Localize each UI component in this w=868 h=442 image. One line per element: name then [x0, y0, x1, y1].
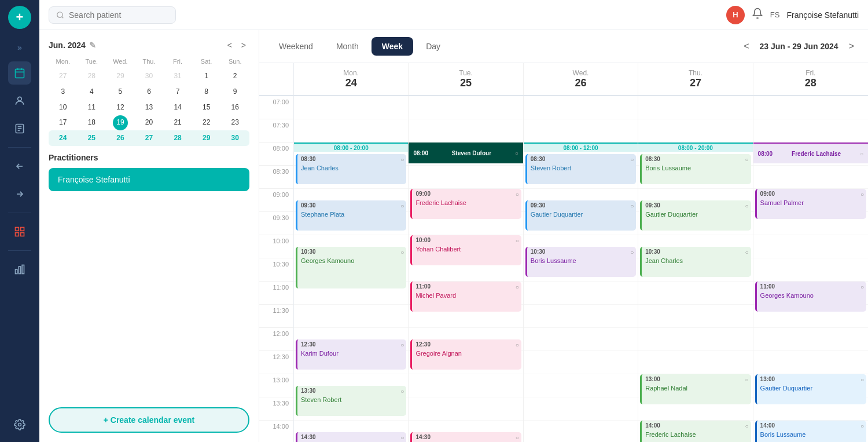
- day-col-tue: 08:00Steven Dufour○ 09:00 Frederic Lacha…: [409, 96, 523, 442]
- event-fri-gautier-duquartier[interactable]: 13:00 Gautier Duquartier ○: [755, 374, 866, 404]
- practitioners-section: Practitioners Françoise Stefanutti: [49, 153, 249, 191]
- mini-cal-cell[interactable]: 28: [163, 130, 192, 146]
- sidebar-item-patient[interactable]: [8, 89, 31, 112]
- cal-day-headers: Mon. 24 Tue. 25 Wed. 26 Thu. 27: [259, 63, 868, 96]
- mini-cal-cell[interactable]: 8: [192, 84, 221, 100]
- col-header-tue: Tue. 25: [409, 63, 523, 95]
- mini-cal-edit-icon[interactable]: ✎: [89, 41, 96, 50]
- event-mon-georges-kamouno-2[interactable]: 14:30 Georges Kamouno ○: [296, 432, 406, 442]
- event-mon-georges-kamouno-1[interactable]: 10:30 Georges Kamouno ○: [296, 247, 406, 288]
- mini-cal-cell[interactable]: 26: [106, 130, 135, 146]
- mini-cal-week-2: 3 4 5 6 7 8 9: [49, 84, 249, 100]
- sidebar-item-export[interactable]: [8, 182, 31, 206]
- event-thu-frederic-lachaise[interactable]: 14:00 Frederic Lachaise ○: [640, 421, 751, 442]
- sidebar-item-analytics[interactable]: [8, 258, 31, 281]
- mini-cal-cell[interactable]: 17: [49, 115, 78, 130]
- mini-cal-cell[interactable]: 4: [78, 84, 106, 100]
- sidebar-item-notes[interactable]: [8, 117, 31, 140]
- mini-cal-cell[interactable]: 10: [49, 100, 78, 115]
- mini-cal-cell[interactable]: 27: [49, 68, 78, 84]
- mini-cal-cell[interactable]: 30: [135, 68, 164, 84]
- banner-tue: 08:00Steven Dufour○: [409, 143, 523, 163]
- event-mon-steven-robert[interactable]: 13:30 Steven Robert ○: [296, 386, 406, 416]
- cal-next-button[interactable]: >: [844, 39, 859, 54]
- event-thu-gautier-duquartier[interactable]: 09:30 Gautier Duquartier ○: [640, 200, 751, 231]
- tab-month[interactable]: Month: [326, 37, 369, 56]
- sidebar-divider-1: [8, 147, 31, 148]
- mini-cal-cell[interactable]: 28: [78, 68, 106, 84]
- event-fri-samuel-palmer[interactable]: 09:00 Samuel Palmer ○: [755, 189, 866, 219]
- event-thu-jean-charles[interactable]: 10:30 Jean Charles ○: [640, 247, 751, 277]
- event-tue-yohan-chalibert[interactable]: 10:00 Yohan Chalibert ○: [410, 235, 521, 265]
- mini-cal-cell[interactable]: 30: [220, 130, 249, 146]
- cal-date-range: 23 Jun - 29 Jun 2024: [759, 42, 838, 51]
- event-tue-gregoire-aignan[interactable]: 12:30 Gregoire Aignan ○: [410, 339, 521, 370]
- event-wed-steven-robert[interactable]: 08:30 Steven Robert ○: [525, 154, 636, 184]
- event-fri-georges-kamouno[interactable]: 11:00 Georges Kamouno ○: [755, 282, 866, 312]
- mini-cal-cell[interactable]: 29: [192, 130, 221, 146]
- create-calendar-event-button[interactable]: + Create calendar event: [49, 407, 249, 433]
- mini-cal-cell[interactable]: 16: [220, 100, 249, 115]
- banner-mon: 08:00 - 20:00: [294, 143, 408, 152]
- mini-cal-cell[interactable]: 5: [106, 84, 135, 100]
- mini-cal-cell[interactable]: 2: [220, 68, 249, 84]
- mini-cal-cell[interactable]: 11: [78, 100, 106, 115]
- mini-cal-cell[interactable]: 20: [135, 115, 164, 130]
- mini-cal-cell[interactable]: 13: [135, 100, 164, 115]
- topbar: H FS Françoise Stefanutti: [39, 0, 868, 30]
- sidebar-item-import[interactable]: [8, 155, 31, 178]
- event-fri-boris-lussaume[interactable]: 14:00 Boris Lussaume ○: [755, 421, 866, 442]
- mini-cal-cell[interactable]: 18: [78, 115, 106, 130]
- sidebar-item-apps[interactable]: [8, 220, 31, 243]
- practitioners-title: Practitioners: [49, 153, 249, 162]
- tab-week[interactable]: Week: [372, 37, 413, 56]
- mini-cal-cell-today[interactable]: 19: [106, 115, 135, 130]
- svg-point-4: [18, 97, 22, 101]
- left-panel: Jun. 2024 ✎ < > Mon. Tue. Wed. Thu. Fri.…: [39, 30, 259, 442]
- day-col-thu: 08:00 - 20:00 08:30 Boris Lussaume ○ 09:…: [638, 96, 753, 442]
- tab-weekend[interactable]: Weekend: [269, 37, 323, 56]
- mini-cal-cell[interactable]: 6: [135, 84, 164, 100]
- event-mon-karim-dufour[interactable]: 12:30 Karim Dufour ○: [296, 339, 406, 370]
- mini-cal-cell[interactable]: 12: [106, 100, 135, 115]
- event-thu-raphael-nadal[interactable]: 13:00 Raphael Nadal ○: [640, 374, 751, 404]
- mini-cal-cell[interactable]: 27: [135, 130, 164, 146]
- event-wed-gautier-duquartier[interactable]: 09:30 Gautier Duquartier ○: [525, 200, 636, 231]
- mini-cal-week-3: 10 11 12 13 14 15 16: [49, 100, 249, 115]
- mini-cal-cell[interactable]: 1: [192, 68, 221, 84]
- event-mon-stephane-plata[interactable]: 09:30 Stephane Plata ○: [296, 200, 406, 231]
- mini-cal-cell[interactable]: 21: [163, 115, 192, 130]
- mini-cal-next[interactable]: >: [238, 39, 249, 51]
- app-logo[interactable]: +: [8, 6, 31, 29]
- cal-prev-button[interactable]: <: [739, 39, 753, 54]
- svg-point-18: [19, 423, 21, 426]
- mini-cal-cell[interactable]: 3: [49, 84, 78, 100]
- mini-cal-cell[interactable]: 23: [220, 115, 249, 130]
- tab-day[interactable]: Day: [415, 37, 451, 56]
- practitioner-chip-francoise[interactable]: Françoise Stefanutti: [49, 168, 249, 191]
- sidebar-item-settings[interactable]: [8, 413, 31, 436]
- mini-cal-cell[interactable]: 25: [78, 130, 106, 146]
- sidebar-expand[interactable]: »: [13, 38, 27, 57]
- mini-cal-cell[interactable]: 24: [49, 130, 78, 146]
- mini-cal-cell[interactable]: 22: [192, 115, 221, 130]
- mini-cal-cell[interactable]: 29: [106, 68, 135, 84]
- mini-cal-cell[interactable]: 31: [163, 68, 192, 84]
- search-box[interactable]: [49, 6, 176, 24]
- mini-cal-cell[interactable]: 7: [163, 84, 192, 100]
- notification-bell[interactable]: [752, 8, 763, 22]
- event-mon-jean-charles[interactable]: 08:30 Jean Charles ○: [296, 154, 406, 184]
- sidebar-item-calendar[interactable]: [8, 61, 31, 85]
- mini-cal-cell[interactable]: 14: [163, 100, 192, 115]
- event-thu-boris-lussaume-1[interactable]: 08:30 Boris Lussaume ○: [640, 154, 751, 184]
- event-tue-michel-pavard[interactable]: 11:00 Michel Pavard ○: [410, 282, 521, 312]
- event-tue-samuel-palmer[interactable]: 14:30 Samuel Palmer ○: [410, 432, 521, 442]
- mini-cal-prev[interactable]: <: [224, 39, 236, 51]
- event-tue-frederic-lachaise[interactable]: 09:00 Frederic Lachaise ○: [410, 189, 521, 219]
- col-header-mon: Mon. 24: [294, 63, 409, 95]
- svg-rect-12: [21, 228, 24, 231]
- mini-cal-cell[interactable]: 9: [220, 84, 249, 100]
- search-input[interactable]: [69, 10, 161, 20]
- event-wed-boris-lussaume[interactable]: 10:30 Boris Lussaume ○: [525, 247, 636, 277]
- mini-cal-cell[interactable]: 15: [192, 100, 221, 115]
